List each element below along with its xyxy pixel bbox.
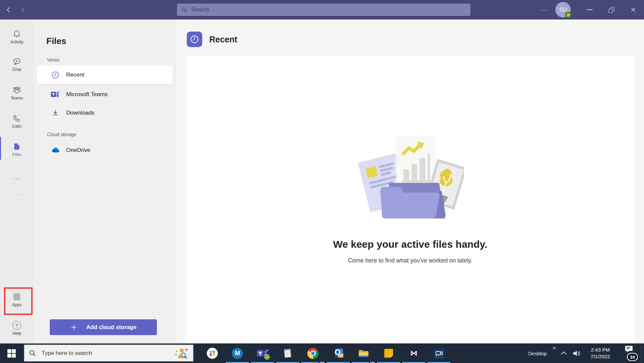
presence-available-icon xyxy=(565,12,571,18)
volume-button[interactable] xyxy=(572,350,581,357)
plus-icon xyxy=(70,324,78,331)
bell-icon xyxy=(12,30,21,38)
windows-taskbar: M xyxy=(0,344,644,363)
search-input[interactable] xyxy=(190,6,466,13)
help-icon: ? xyxy=(12,321,21,330)
caret-up-icon xyxy=(560,351,567,355)
show-desktop-button[interactable] xyxy=(641,344,644,363)
speaker-icon xyxy=(572,350,581,357)
cloud-item-onedrive[interactable]: OneDrive xyxy=(37,141,173,159)
rail-item-calls[interactable]: Calls xyxy=(0,114,34,129)
tray-date: 7/1/2022 xyxy=(591,353,610,360)
back-icon[interactable] xyxy=(5,6,13,14)
notepad-icon xyxy=(282,348,294,359)
search-highlights-icon[interactable] xyxy=(174,346,188,360)
files-icon xyxy=(12,142,21,151)
titlebar: ··· SU xyxy=(0,0,644,19)
files-panel: Files Views Recent Microsoft Teams Downl… xyxy=(34,19,176,343)
teams-app-icon xyxy=(257,348,269,359)
page-title: Recent xyxy=(209,32,237,47)
windows-logo-icon xyxy=(7,349,16,358)
taskbar-app-m[interactable]: M xyxy=(225,344,250,363)
more-options-icon[interactable]: ··· xyxy=(537,0,552,19)
sticky-notes-icon xyxy=(383,348,394,359)
rail-item-files[interactable]: Files xyxy=(0,142,34,157)
minimize-button[interactable] xyxy=(582,0,597,19)
view-item-microsoft-teams[interactable]: Microsoft Teams xyxy=(37,85,173,104)
show-hidden-icons-button[interactable] xyxy=(560,351,567,355)
forward-icon[interactable] xyxy=(18,6,26,14)
download-icon xyxy=(50,109,60,117)
rail-item-teams[interactable]: Teams xyxy=(0,86,34,100)
taskbar-app-sticky-notes[interactable] xyxy=(376,344,401,363)
rail-item-apps[interactable]: Apps xyxy=(0,292,34,307)
notification-count-badge: 34 xyxy=(627,353,638,361)
rail-item-activity[interactable]: Activity xyxy=(0,30,34,44)
taskbar-app-outlook[interactable] xyxy=(326,344,351,363)
notification-icon xyxy=(625,346,634,353)
search-icon xyxy=(29,350,36,357)
taskbar-app-bowtie[interactable] xyxy=(401,344,426,363)
start-button[interactable] xyxy=(0,344,23,363)
close-button[interactable] xyxy=(626,0,641,19)
slack-icon xyxy=(207,348,218,359)
clock-icon xyxy=(50,71,60,79)
chat-icon xyxy=(12,57,21,66)
chrome-icon xyxy=(307,348,318,359)
tray-time: 2:43 PM xyxy=(591,347,610,353)
minimize-icon xyxy=(587,9,593,10)
avatar[interactable]: SU xyxy=(555,2,571,17)
clock[interactable]: 2:43 PM 7/1/2022 xyxy=(586,344,614,363)
taskbar-app-teams[interactable] xyxy=(250,344,275,363)
restore-icon xyxy=(609,7,614,13)
action-center-button[interactable]: 34 xyxy=(625,346,640,362)
taskbar-app-slack[interactable] xyxy=(200,344,225,363)
main-content: Recent xyxy=(176,19,644,343)
desktop-toolbar[interactable]: Desktop xyxy=(525,344,550,363)
phone-icon xyxy=(12,114,21,123)
file-explorer-icon xyxy=(358,348,369,359)
add-cloud-storage-button[interactable]: Add cloud storage xyxy=(50,319,157,335)
views-heading: Views xyxy=(47,57,59,63)
empty-state-heading: We keep your active files handy. xyxy=(186,239,635,250)
rail-item-help[interactable]: ? Help xyxy=(0,321,34,336)
restore-button[interactable] xyxy=(604,0,619,19)
taskbar-apps: M xyxy=(200,344,452,363)
panel-title: Files xyxy=(46,36,66,46)
apps-grid-icon xyxy=(12,292,21,301)
search-icon xyxy=(181,7,187,13)
close-icon xyxy=(630,6,637,13)
toolbar-overflow-icon[interactable]: » xyxy=(553,345,556,351)
outlook-icon xyxy=(332,348,344,359)
view-item-downloads[interactable]: Downloads xyxy=(37,104,173,122)
content-card: We keep your active files handy. Come he… xyxy=(186,56,635,343)
view-item-label: Downloads xyxy=(66,110,94,116)
teams-people-icon xyxy=(12,86,21,94)
video-chat-app-icon xyxy=(433,348,445,359)
taskbar-search-input[interactable] xyxy=(41,350,174,357)
taskbar-app-file-explorer[interactable] xyxy=(351,344,376,363)
recent-header-clock-icon xyxy=(187,32,202,47)
bowtie-app-icon xyxy=(408,348,420,359)
teams-logo-icon xyxy=(50,90,60,98)
taskbar-app-chrome[interactable] xyxy=(300,344,326,363)
taskbar-search-box[interactable] xyxy=(24,344,194,362)
taskbar-app-video-chat[interactable] xyxy=(426,344,452,363)
available-check-icon xyxy=(264,354,270,360)
view-item-recent[interactable]: Recent xyxy=(37,66,173,84)
avatar-initials: SU xyxy=(559,6,567,13)
empty-state-subtext: Come here to find what you've worked on … xyxy=(186,257,635,264)
rail-item-chat[interactable]: Chat xyxy=(0,57,34,72)
m-app-icon: M xyxy=(232,348,243,359)
teams-search-box[interactable] xyxy=(177,4,470,16)
teams-window: ··· SU Activity xyxy=(0,0,644,363)
view-item-label: Microsoft Teams xyxy=(66,91,108,98)
rail-divider xyxy=(10,195,24,195)
view-item-label: Recent xyxy=(66,72,84,78)
rail-more-icon[interactable]: ··· xyxy=(0,175,34,182)
cloud-item-label: OneDrive xyxy=(66,147,90,154)
cloud-storage-heading: Cloud storage xyxy=(47,132,76,137)
taskbar-app-notepad[interactable] xyxy=(275,344,300,363)
empty-files-illustration xyxy=(356,134,464,221)
left-rail: Activity Chat Teams Calls Files xyxy=(0,19,34,343)
